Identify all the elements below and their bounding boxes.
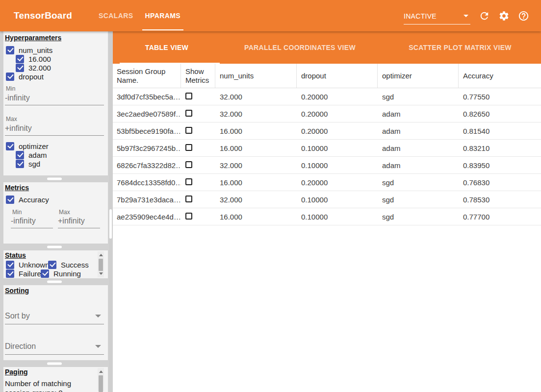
sgd-checkbox[interactable] [16,160,24,168]
show-metrics-cell [181,213,215,221]
accuracy-checkbox[interactable] [6,196,14,204]
show-metrics-checkbox[interactable] [185,196,192,202]
accuracy-label: Accuracy [19,196,49,204]
tab-scatter-plot-matrix-view[interactable]: SCATTER PLOT MATRIX VIEW [379,31,541,64]
reload-status-dropdown[interactable]: INACTIVE [404,12,470,24]
help-icon[interactable] [518,10,529,22]
hparams-sidebar: Hyperparameters num_units 16.000 32.000 … [0,31,109,392]
session-group-name: 6826c7fa3322d82… [113,161,181,170]
scrollbar-thumb[interactable] [99,375,103,392]
direction-select[interactable]: Direction [5,342,104,355]
num-units-cell: 16.000 [215,178,297,187]
show-metrics-checkbox[interactable] [185,178,192,185]
hyperparameters-section: Hyperparameters num_units 16.000 32.000 … [3,31,108,175]
value-16-checkbox[interactable] [16,55,24,63]
sgd-label: sgd [28,160,40,168]
session-group-name: 7b29a731e3daca… [113,196,181,204]
show-metrics-checkbox[interactable] [185,213,192,220]
scroll-down-icon[interactable] [99,272,103,275]
sidebar-scroll-thumb[interactable] [109,209,112,239]
value-32-checkbox[interactable] [16,64,24,72]
hparam-value-adam: adam [16,150,47,159]
tab-hparams[interactable]: HPARAMS [139,0,187,31]
show-metrics-checkbox[interactable] [185,127,192,134]
num-units-checkbox[interactable] [6,46,14,54]
settings-gear-icon[interactable] [498,10,510,22]
column-header-accuracy[interactable]: Accuracy [459,64,541,88]
paging-scrollbar[interactable] [98,368,104,391]
reload-status-value: INACTIVE [404,12,437,20]
failure-label: Failure [19,270,41,278]
table-row: 7684dcc13358fd0… 16.000 0.20000 sgd 0.76… [113,174,541,191]
show-metrics-cell [181,161,215,170]
show-metrics-checkbox[interactable] [185,110,192,117]
optimizer-cell: sgd [378,196,459,204]
tab-parallel-coordinates-view[interactable]: PARALLEL COORDINATES VIEW [221,31,379,64]
resize-handle[interactable] [0,278,109,285]
metrics-heading: Metrics [5,184,29,192]
dropout-checkbox[interactable] [6,73,14,81]
sort-by-value: Sort by [5,312,30,320]
sort-by-select[interactable]: Sort by [5,312,104,324]
table-row: 5b97f3c2967245b… 16.000 0.10000 adam 0.8… [113,140,541,157]
dropout-min-input[interactable] [5,94,104,105]
refresh-icon[interactable] [479,10,490,22]
show-metrics-cell [181,93,215,101]
optimizer-checkbox[interactable] [6,142,14,150]
session-group-name: 5b97f3c2967245b… [113,144,181,152]
top-app-bar: TensorBoard SCALARS HPARAMS INACTIVE [0,0,541,31]
hparam-value-32: 32.000 [16,63,51,72]
dropout-max-label: Max [6,116,17,122]
resize-handle[interactable] [0,360,109,367]
running-checkbox[interactable] [41,270,49,278]
status-section: Status Unknown Success Failure Running [3,250,108,278]
metric-min-input[interactable] [11,217,53,228]
show-metrics-checkbox[interactable] [185,161,192,168]
resize-handle[interactable] [0,244,109,250]
status-scrollbar[interactable] [98,251,104,277]
tab-table-view[interactable]: TABLE VIEW [113,31,221,64]
show-metrics-cell [181,178,215,187]
column-header-num-units[interactable]: num_units [215,64,297,88]
num-units-cell: 16.000 [215,144,297,152]
dropout-min-label: Min [6,85,15,92]
show-metrics-checkbox[interactable] [185,144,192,151]
scroll-up-icon[interactable] [99,254,103,256]
resize-handle[interactable] [0,175,109,182]
dropout-cell: 0.10000 [297,213,378,221]
column-header-show-metrics[interactable]: Show Metrics [181,64,215,88]
failure-checkbox[interactable] [6,270,14,278]
num-units-label: num_units [19,46,52,54]
column-header-dropout[interactable]: dropout [297,64,378,88]
metrics-section: Metrics Accuracy Min Max [3,182,108,244]
accuracy-cell: 0.78530 [459,196,541,204]
status-option-success: Success [48,260,89,269]
optimizer-cell: adam [378,127,459,135]
dropout-cell: 0.20000 [297,127,378,135]
hparam-value-16: 16.000 [16,54,51,63]
session-group-name: 7684dcc13358fd0… [113,178,181,187]
dropout-cell: 0.10000 [297,144,378,152]
unknown-checkbox[interactable] [6,261,14,269]
adam-checkbox[interactable] [16,151,24,159]
sorting-heading: Sorting [5,287,29,294]
topbar-actions: INACTIVE [404,7,529,24]
dropout-max-input[interactable] [5,124,104,136]
value-32-label: 32.000 [28,64,51,72]
success-checkbox[interactable] [48,261,56,269]
session-group-name: ae235909ec4e4d… [113,213,181,221]
show-metrics-checkbox[interactable] [185,93,192,99]
show-metrics-cell [181,196,215,204]
hparam-item-optimizer: optimizer [6,142,49,150]
column-header-session-group-name[interactable]: Session Group Name. [113,64,181,88]
metric-min-label: Min [12,209,22,216]
tab-scalars[interactable]: SCALARS [93,0,139,31]
scrollbar-thumb[interactable] [99,259,103,271]
sidebar-scroll-track[interactable] [109,31,113,392]
accuracy-cell: 0.83950 [459,161,541,170]
status-heading: Status [5,251,26,259]
app-title: TensorBoard [14,10,72,21]
metric-max-input[interactable] [58,217,100,228]
column-header-optimizer[interactable]: optimizer [378,64,459,88]
scroll-up-icon[interactable] [99,370,103,373]
